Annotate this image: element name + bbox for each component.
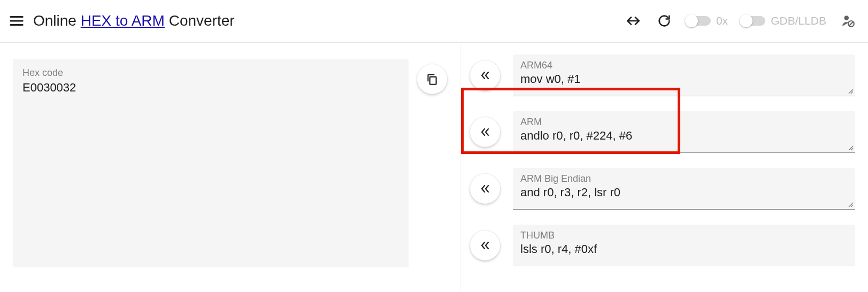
copy-button[interactable] xyxy=(417,64,447,94)
result-arch-label: ARM Big Endian xyxy=(520,173,848,185)
toggle-gdb-switch[interactable] xyxy=(741,16,765,26)
results-panel: ARM64 mov w0, #1 ARM andlo r0, r0, #224,… xyxy=(460,43,868,292)
toggle-gdb: GDB/LLDB xyxy=(741,14,826,27)
use-result-button[interactable] xyxy=(470,60,500,90)
result-row-arm64: ARM64 mov w0, #1 xyxy=(460,55,855,96)
page-title: Online HEX to ARM Converter xyxy=(33,12,235,29)
chevron-double-left-icon xyxy=(479,182,491,195)
hex-input[interactable]: Hex code E0030032 xyxy=(13,59,409,267)
result-arch-label: THUMB xyxy=(520,230,848,241)
refresh-button[interactable] xyxy=(655,12,673,30)
use-result-button[interactable] xyxy=(470,230,500,260)
result-box-arm-be[interactable]: ARM Big Endian and r0, r3, r2, lsr r0 xyxy=(513,168,855,210)
header-left: Online HEX to ARM Converter xyxy=(7,12,235,30)
toggle-0x-label: 0x xyxy=(716,14,728,27)
hex-input-label: Hex code xyxy=(22,67,399,79)
result-row-arm-be: ARM Big Endian and r0, r3, r2, lsr r0 xyxy=(460,168,855,210)
resize-handle-icon[interactable] xyxy=(848,202,854,208)
result-asm-value: lsls r0, r4, #0xf xyxy=(520,242,848,256)
result-asm-value: mov w0, #1 xyxy=(520,72,848,86)
title-link[interactable]: HEX to ARM xyxy=(81,12,165,29)
app-header: Online HEX to ARM Converter 0x GDB/LLDB xyxy=(0,0,868,43)
main: Hex code E0030032 ARM64 mov w0, #1 ARM xyxy=(0,43,868,292)
menu-button[interactable] xyxy=(7,12,26,30)
title-suffix: Converter xyxy=(165,12,235,29)
use-result-button[interactable] xyxy=(470,174,500,204)
refresh-icon xyxy=(657,13,672,28)
hex-panel: Hex code E0030032 xyxy=(0,43,460,292)
copy-icon xyxy=(425,72,439,86)
result-arch-label: ARM64 xyxy=(520,60,848,71)
chevron-double-left-icon xyxy=(479,126,491,139)
toggle-0x-switch[interactable] xyxy=(686,16,711,26)
toggle-0x: 0x xyxy=(686,14,728,27)
menu-icon xyxy=(9,13,25,29)
result-asm-value: andlo r0, r0, #224, #6 xyxy=(520,129,848,143)
resize-handle-icon[interactable] xyxy=(848,145,854,151)
hex-input-value: E0030032 xyxy=(22,81,399,95)
chevron-double-left-icon xyxy=(479,239,491,252)
swap-button[interactable] xyxy=(624,12,642,30)
user-block-button[interactable] xyxy=(839,12,857,30)
result-row-arm: ARM andlo r0, r0, #224, #6 xyxy=(460,111,855,153)
use-result-button[interactable] xyxy=(470,117,500,147)
swap-horizontal-icon xyxy=(625,12,642,29)
title-prefix: Online xyxy=(33,12,81,29)
resize-handle-icon[interactable] xyxy=(848,88,854,95)
toggle-gdb-label: GDB/LLDB xyxy=(771,14,826,27)
header-right: 0x GDB/LLDB xyxy=(624,12,857,30)
result-box-thumb[interactable]: THUMB lsls r0, r4, #0xf xyxy=(513,225,855,266)
chevron-double-left-icon xyxy=(479,69,491,82)
user-block-icon xyxy=(841,14,855,28)
result-row-thumb: THUMB lsls r0, r4, #0xf xyxy=(460,225,855,266)
result-box-arm[interactable]: ARM andlo r0, r0, #224, #6 xyxy=(513,111,855,153)
result-arch-label: ARM xyxy=(520,117,848,128)
result-box-arm64[interactable]: ARM64 mov w0, #1 xyxy=(513,55,855,96)
result-asm-value: and r0, r3, r2, lsr r0 xyxy=(520,186,848,199)
